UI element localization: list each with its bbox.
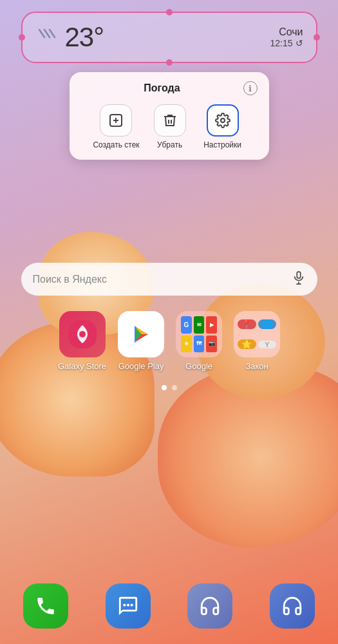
- remove-label: Убрать: [157, 140, 182, 149]
- app-item-galaxy-store[interactable]: Galaxy Store: [58, 311, 106, 371]
- svg-line-1: [44, 30, 50, 37]
- google-folder-label: Google: [185, 361, 212, 371]
- popup-menu: Погода ℹ Создать стек: [70, 72, 269, 160]
- mic-icon[interactable]: [292, 270, 306, 288]
- popup-info-icon[interactable]: ℹ: [243, 81, 258, 95]
- google-play-icon: [118, 311, 164, 357]
- svg-line-2: [50, 30, 55, 37]
- settings-label: Настройки: [203, 140, 241, 149]
- page-dots: [162, 385, 177, 390]
- create-stack-icon: [100, 104, 132, 137]
- weather-city: Сочи: [270, 26, 303, 38]
- popup-actions: Создать стек Убрать: [81, 104, 258, 149]
- dot-2: [172, 385, 177, 390]
- dot-1: [162, 385, 167, 390]
- weather-rain-icon: [35, 24, 59, 51]
- settings-icon: [207, 104, 239, 137]
- refresh-icon: ↺: [296, 38, 303, 48]
- search-bar[interactable]: Поиск в Яндекс: [21, 263, 317, 296]
- zakon-icon: 📍 🌐 ⭐ Y: [234, 311, 280, 357]
- app-item-google-play[interactable]: Google Play: [118, 311, 164, 371]
- weather-widget[interactable]: 23° Сочи 12:15 ↺: [21, 12, 317, 63]
- screen: 23° Сочи 12:15 ↺ Погода ℹ: [0, 0, 338, 644]
- svg-line-0: [39, 30, 44, 37]
- popup-title-row: Погода ℹ: [81, 81, 258, 95]
- create-stack-label: Создать стек: [93, 140, 139, 149]
- search-placeholder: Поиск в Яндекс: [33, 274, 108, 285]
- weather-right: Сочи 12:15 ↺: [270, 26, 303, 48]
- weather-time: 12:15 ↺: [270, 38, 303, 48]
- galaxy-store-icon: [59, 311, 106, 357]
- svg-point-11: [79, 331, 86, 337]
- google-folder-icon: G ✉ ▶ ★ 🗺 📷: [176, 311, 222, 357]
- app-row: Galaxy Store: [58, 311, 280, 371]
- weather-temperature: 23°: [65, 22, 104, 53]
- remove-icon: [154, 104, 186, 137]
- galaxy-store-label: Galaxy Store: [58, 361, 106, 371]
- google-play-label: Google Play: [118, 361, 164, 371]
- app-item-google-folder[interactable]: G ✉ ▶ ★ 🗺 📷 Google: [176, 311, 222, 371]
- weather-left: 23°: [35, 22, 104, 53]
- popup-action-remove[interactable]: Убрать: [147, 104, 192, 149]
- popup-title: Погода: [81, 82, 243, 94]
- svg-rect-7: [297, 272, 301, 278]
- popup-action-create-stack[interactable]: Создать стек: [93, 104, 139, 149]
- svg-point-6: [221, 118, 225, 122]
- zakon-label: Закон: [245, 361, 268, 371]
- app-item-zakon[interactable]: 📍 🌐 ⭐ Y Закон: [234, 311, 280, 371]
- popup-action-settings[interactable]: Настройки: [200, 104, 245, 149]
